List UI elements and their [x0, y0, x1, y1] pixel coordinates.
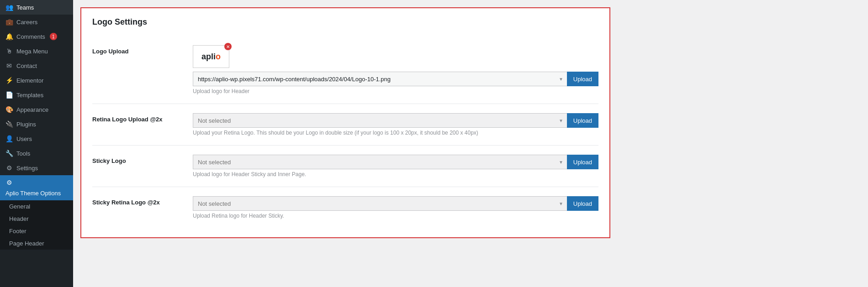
logo-settings-panel: Logo Settings Logo Upload aplio ✕ ▼ Uplo…: [80, 7, 610, 238]
logo-upload-hint: Upload logo for Header: [193, 88, 598, 94]
sidebar-item-plugins[interactable]: 🔌 Plugins: [0, 117, 73, 131]
sidebar-item-aplio-theme-options[interactable]: ⚙ Aplio Theme Options: [0, 175, 73, 200]
careers-icon: 💼: [5, 18, 13, 26]
teams-icon: 👥: [5, 4, 13, 11]
logo-remove-button[interactable]: ✕: [224, 43, 232, 50]
sticky-logo-content: ▼ Upload Upload logo for Header Sticky a…: [193, 155, 598, 177]
retina-url-wrapper: ▼: [193, 113, 567, 128]
sidebar-item-label: Settings: [16, 165, 38, 172]
sticky-retina-logo-row: Sticky Retina Logo @2x ▼ Upload Upload R…: [92, 187, 598, 228]
sticky-url-row: ▼ Upload: [193, 155, 598, 169]
logo-upload-button[interactable]: Upload: [567, 72, 598, 86]
sidebar-item-label: Contact: [16, 63, 37, 69]
logo-url-input[interactable]: [193, 72, 567, 86]
sticky-upload-hint: Upload logo for Header Sticky and Inner …: [193, 171, 598, 177]
sidebar-item-label: Templates: [16, 92, 43, 99]
submenu-item-header[interactable]: Header: [0, 213, 73, 225]
settings-icon: ⚙: [5, 164, 13, 172]
retina-upload-button[interactable]: Upload: [567, 113, 598, 128]
theme-options-submenu: General Header Footer Page Header: [0, 200, 73, 250]
chevron-down-icon: ▼: [559, 77, 563, 82]
users-icon: 👤: [5, 135, 13, 142]
sidebar-item-label: Comments: [16, 33, 45, 40]
appearance-icon: 🎨: [5, 106, 13, 113]
logo-upload-row: Logo Upload aplio ✕ ▼ Upload Upload logo…: [92, 36, 598, 104]
sidebar-item-teams[interactable]: 👥 Teams: [0, 0, 73, 15]
templates-icon: 📄: [5, 91, 13, 99]
retina-logo-label: Retina Logo Upload @2x: [92, 113, 184, 123]
sticky-logo-label: Sticky Logo: [92, 155, 184, 164]
sticky-retina-url-row: ▼ Upload: [193, 196, 598, 211]
main-content: Logo Settings Logo Upload aplio ✕ ▼ Uplo…: [73, 0, 868, 287]
sticky-retina-upload-hint: Upload Retina logo for Header Sticky.: [193, 213, 598, 219]
logo-upload-content: aplio ✕ ▼ Upload Upload logo for Header: [193, 45, 598, 94]
plugins-icon: 🔌: [5, 120, 13, 128]
logo-text: aplio: [201, 52, 221, 62]
sidebar-item-label: Plugins: [16, 121, 36, 128]
sticky-logo-row: Sticky Logo ▼ Upload Upload logo for Hea…: [92, 146, 598, 187]
sticky-retina-logo-input[interactable]: [193, 196, 567, 211]
sticky-retina-logo-content: ▼ Upload Upload Retina logo for Header S…: [193, 196, 598, 219]
retina-logo-row: Retina Logo Upload @2x ▼ Upload Upload y…: [92, 104, 598, 146]
sticky-retina-url-wrapper: ▼: [193, 196, 567, 211]
contact-icon: ✉: [5, 62, 13, 69]
chevron-down-icon: ▼: [559, 118, 563, 123]
elementor-icon: ⚡: [5, 77, 13, 84]
sidebar-item-comments[interactable]: 🔔 Comments 1: [0, 29, 73, 44]
submenu-item-footer[interactable]: Footer: [0, 225, 73, 237]
sidebar-item-label: Elementor: [16, 77, 43, 84]
sticky-url-wrapper: ▼: [193, 155, 567, 169]
submenu-item-page-header[interactable]: Page Header: [0, 237, 73, 250]
retina-upload-hint: Upload your Retina Logo. This should be …: [193, 130, 598, 136]
sidebar-item-label: Mega Menu: [16, 48, 48, 55]
comments-icon: 🔔: [5, 33, 13, 40]
logo-accent: o: [216, 52, 221, 61]
sticky-upload-button[interactable]: Upload: [567, 155, 598, 169]
sidebar-item-appearance[interactable]: 🎨 Appearance: [0, 102, 73, 117]
sidebar-item-mega-menu[interactable]: 🖱 Mega Menu: [0, 44, 73, 58]
sidebar-item-users[interactable]: 👤 Users: [0, 131, 73, 146]
sticky-retina-upload-button[interactable]: Upload: [567, 196, 598, 211]
retina-logo-input[interactable]: [193, 113, 567, 128]
comments-badge: 1: [50, 33, 57, 40]
sidebar-item-elementor[interactable]: ⚡ Elementor: [0, 73, 73, 88]
sidebar-item-careers[interactable]: 💼 Careers: [0, 15, 73, 29]
logo-preview: aplio ✕: [193, 45, 229, 68]
sidebar-item-templates[interactable]: 📄 Templates: [0, 88, 73, 102]
sidebar-item-tools[interactable]: 🔧 Tools: [0, 146, 73, 161]
sidebar-item-label: Teams: [16, 4, 34, 11]
sidebar-item-label: Aplio Theme Options: [5, 190, 61, 197]
sidebar-item-contact[interactable]: ✉ Contact: [0, 58, 73, 73]
mega-menu-icon: 🖱: [5, 47, 13, 55]
chevron-down-icon: ▼: [559, 160, 563, 165]
logo-url-wrapper: ▼: [193, 72, 567, 86]
logo-url-row: ▼ Upload: [193, 72, 598, 86]
submenu-item-general[interactable]: General: [0, 200, 73, 213]
sidebar: 👥 Teams 💼 Careers 🔔 Comments 1 🖱 Mega Me…: [0, 0, 73, 287]
chevron-down-icon: ▼: [559, 201, 563, 206]
retina-logo-content: ▼ Upload Upload your Retina Logo. This s…: [193, 113, 598, 136]
sidebar-item-label: Careers: [16, 19, 37, 26]
retina-url-row: ▼ Upload: [193, 113, 598, 128]
aplio-theme-icon: ⚙: [5, 179, 13, 186]
sticky-retina-logo-label: Sticky Retina Logo @2x: [92, 196, 184, 206]
sidebar-item-label: Tools: [16, 150, 30, 157]
sidebar-item-label: Appearance: [16, 106, 48, 113]
sticky-logo-input[interactable]: [193, 155, 567, 169]
sidebar-item-label: Users: [16, 136, 32, 142]
panel-title: Logo Settings: [92, 17, 598, 27]
sidebar-item-settings[interactable]: ⚙ Settings: [0, 161, 73, 175]
tools-icon: 🔧: [5, 150, 13, 157]
logo-upload-label: Logo Upload: [92, 45, 184, 55]
